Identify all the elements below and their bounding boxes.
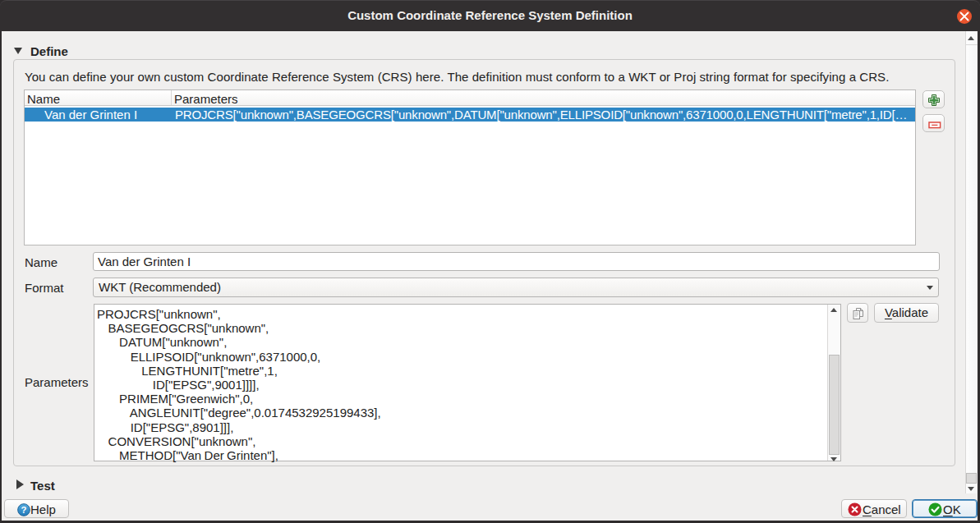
svg-text:?: ? (21, 505, 27, 515)
